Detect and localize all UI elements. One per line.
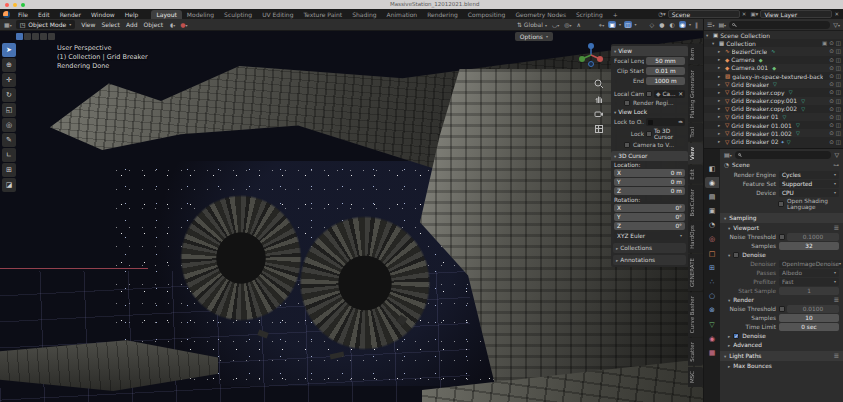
r-noise-threshold-checkbox[interactable] (779, 306, 785, 312)
view-layer-selector[interactable]: ▣▾ View Layer ✕ (750, 10, 839, 18)
object-name[interactable]: Grid Breaker 01 (731, 113, 778, 120)
viewport-menu-item[interactable]: View (78, 21, 98, 28)
outliner-object-row[interactable]: ▸ ▨ galaxy-in-space-textured-background-… (704, 72, 843, 80)
r-time-limit-value[interactable]: 0 sec (779, 323, 839, 331)
location-axis-field[interactable]: Y 0 m (614, 178, 685, 186)
disclosure-icon[interactable]: ▸ (718, 74, 723, 79)
display-mode-dropdown[interactable]: ▤▾ (717, 21, 727, 28)
local-camera-checkbox[interactable] (646, 91, 652, 97)
n-panel-tab[interactable]: Tool (688, 123, 703, 142)
tool-button[interactable]: ➤ (2, 43, 16, 57)
overlays-toggle[interactable]: ▣ (608, 21, 616, 28)
blender-logo-icon[interactable] (3, 11, 10, 18)
field-value[interactable]: 0.01 m (646, 67, 685, 75)
workspace-tab[interactable]: Animation (382, 10, 423, 19)
field-value[interactable]: 1000 m (646, 77, 685, 85)
disclosure-icon[interactable]: ▸ (718, 65, 723, 70)
properties-tab[interactable]: ⊗ (705, 305, 719, 316)
n-panel-tab[interactable]: Curve Basher (688, 292, 703, 337)
disclosure-icon[interactable]: ▸ (718, 123, 723, 128)
close-window-icon[interactable] (5, 3, 9, 7)
options-dropdown[interactable]: Options ▾ (515, 32, 553, 41)
proportional-edit-icon[interactable]: ◎▾ (563, 21, 572, 28)
properties-tab[interactable]: ▣ (705, 206, 719, 217)
n-panel-tab[interactable]: Item (688, 44, 703, 65)
object-name[interactable]: Grid Breaker 01.001 (731, 122, 792, 129)
filter-icon[interactable]: ▽▾ (832, 21, 841, 28)
object-name[interactable]: Grid Breaker 01.002 (731, 130, 792, 137)
tool-button[interactable]: ◱ (2, 103, 16, 117)
camera-view-icon[interactable] (594, 109, 604, 119)
menu-item[interactable]: Window (86, 11, 120, 18)
eyedropper-icon[interactable]: ✑ (678, 119, 683, 125)
hide-viewport-icon[interactable]: ⊙ (829, 139, 834, 145)
hide-viewport-icon[interactable]: ⊙ (829, 40, 834, 46)
disclosure-icon[interactable]: ▸ (718, 131, 723, 136)
editor-type-dropdown[interactable]: ▦▾ (3, 21, 13, 28)
menu-item[interactable]: File (13, 11, 33, 18)
disable-render-icon[interactable]: ◫ (836, 73, 841, 79)
workspace-tab[interactable]: Layout (151, 10, 181, 19)
hide-viewport-icon[interactable]: ⊙ (829, 114, 834, 120)
outliner-search-input[interactable] (729, 21, 830, 29)
n-panel-tab[interactable]: Edit (688, 165, 703, 184)
hide-viewport-icon[interactable]: ⊙ (829, 98, 834, 104)
object-name[interactable]: Grid Breaker 02 (731, 138, 778, 145)
tool-button[interactable]: ◎ (2, 118, 16, 132)
tool-button[interactable]: ✎ (2, 133, 16, 147)
properties-tab[interactable]: □ (705, 248, 719, 259)
hide-viewport-icon[interactable]: ⊙ (829, 65, 834, 71)
disable-render-icon[interactable]: ◫ (836, 139, 841, 145)
view-lock-header[interactable]: ▾View Lock (611, 107, 688, 117)
preset-menu-icon[interactable]: ☰ (834, 225, 839, 231)
preset-menu-icon[interactable]: ☰ (834, 297, 839, 303)
disable-render-icon[interactable]: ◫ (836, 48, 841, 54)
camera-to-view-checkbox[interactable] (624, 142, 630, 148)
properties-tab[interactable]: ▦ (705, 347, 719, 358)
brush-dropdown[interactable]: ●▾ (179, 21, 188, 28)
disclosure-icon[interactable]: ▸ (718, 98, 723, 103)
rotation-axis-field[interactable]: Y 0° (614, 213, 685, 221)
select-mode-subtract-icon[interactable] (32, 33, 39, 40)
light-paths-panel-header[interactable]: ▾Light Paths ☰ (720, 351, 843, 361)
local-camera-field[interactable]: ◆ Ca... ✕ (654, 90, 685, 98)
zoom-icon[interactable] (594, 79, 604, 89)
properties-tab[interactable]: ◎ (705, 234, 719, 245)
falloff-icon[interactable]: ∧ (575, 21, 581, 28)
outliner-object-row[interactable]: ▸ ▽ Grid Breaker 02 ✦ ▽ ⊙ ◫ (704, 137, 843, 145)
workspace-tab[interactable]: Sculpting (219, 10, 257, 19)
item-name[interactable]: Scene Collection (720, 32, 770, 39)
workspace-tab[interactable]: Compositing (463, 10, 511, 19)
pan-hand-icon[interactable] (594, 94, 604, 104)
osl-checkbox[interactable] (778, 201, 784, 207)
outliner-object-row[interactable]: ▸ ▽ Grid Breaker ▽ ⊙ ◫ (704, 80, 843, 88)
tweak-options-dropdown[interactable]: ◖▾ (169, 21, 176, 28)
disable-render-icon[interactable]: ◫ (836, 81, 841, 87)
shading-wireframe-icon[interactable]: ◇ (649, 21, 656, 28)
disclosure-icon[interactable]: ▸ (718, 139, 723, 144)
pause-render-button[interactable]: ‖ (694, 21, 699, 28)
workspace-tab[interactable]: Geometry Nodes (510, 10, 571, 19)
vp-noise-threshold-value[interactable]: 0.1000 (787, 233, 839, 241)
outliner-object-row[interactable]: ▸ ▽ Grid Breaker.copy.001 ▽ ⊙ ◫ (704, 97, 843, 105)
disclosure-icon[interactable]: ▸ (718, 49, 723, 54)
properties-tab[interactable]: ▤ (705, 191, 719, 202)
disable-render-icon[interactable]: ◫ (836, 40, 841, 46)
hide-viewport-icon[interactable]: ⊙ (829, 130, 834, 136)
clear-icon[interactable]: ✕ (678, 91, 683, 97)
outliner-object-row[interactable]: ▸ ▽ Grid Breaker.copy.002 ▽ ⊙ ◫ (704, 105, 843, 113)
rotation-axis-field[interactable]: Z 0° (614, 222, 685, 230)
disclosure-icon[interactable]: ▸ (718, 114, 723, 119)
disable-render-icon[interactable]: ◫ (836, 89, 841, 95)
sampling-viewport-header[interactable]: ▾Viewport ☰ (720, 223, 843, 232)
object-name[interactable]: galaxy-in-space-textured-background- (732, 73, 823, 80)
snap-magnet-icon[interactable]: ◡▾ (551, 21, 560, 28)
workspace-tab[interactable]: UV Editing (257, 10, 298, 19)
select-mode-extend-icon[interactable] (24, 33, 31, 40)
start-sample-value[interactable]: 1 (779, 287, 839, 295)
tool-button[interactable]: ∟ (2, 148, 16, 162)
denoiser-dropdown[interactable]: OpenImageDenoise▾ (779, 260, 843, 268)
outliner-row-collection[interactable]: ▾ ▦ Collection ▣ ⊙ ◫ (704, 39, 843, 47)
workspace-tab[interactable]: Rendering (422, 10, 463, 19)
select-mode-intersect-icon[interactable] (48, 33, 55, 40)
